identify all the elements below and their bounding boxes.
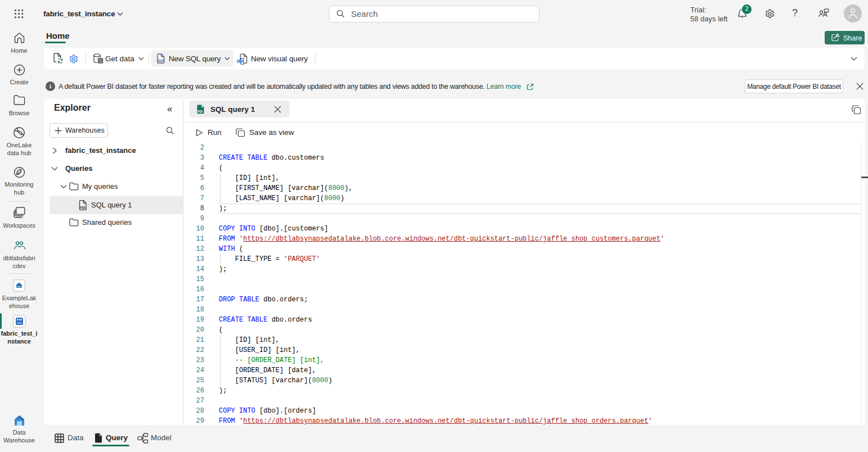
- svg-text:SQL: SQL: [197, 110, 203, 113]
- svg-text:SQL: SQL: [80, 206, 87, 209]
- svg-text:SQL: SQL: [158, 59, 165, 62]
